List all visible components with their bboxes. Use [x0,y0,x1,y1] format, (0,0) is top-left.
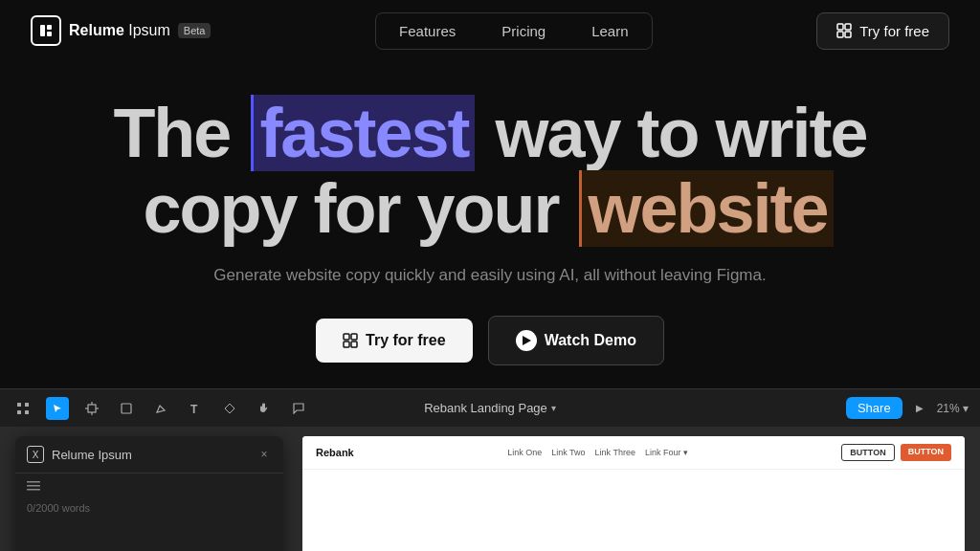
webpage-btn-outline: BUTTON [841,444,894,461]
webpage-btn-filled: BUTTON [901,444,951,461]
figma-title-text: Rebank Landing Page [424,401,547,415]
svg-rect-14 [25,410,29,414]
svg-rect-9 [344,342,349,347]
figma-tool-comment[interactable] [287,397,310,420]
nav-links: Features Pricing Learn [375,12,652,50]
figma-tool-select[interactable] [46,397,69,420]
webpage-preview: Rebank Link One Link Two Link Three Link… [302,436,965,551]
nav-pricing[interactable]: Pricing [479,13,568,49]
svg-text:T: T [190,403,198,414]
figma-canvas: X Relume Ipsum × 0/2000 words Rebank Lin… [0,427,980,551]
webpage-buttons: BUTTON BUTTON [841,444,951,461]
figma-toolbar: T Rebank Landing Page ▾ Share ▶ 21% ▾ [0,388,980,427]
watch-demo-label: Watch Demo [545,332,636,349]
nav-try-free-button[interactable]: Try for free [816,12,949,50]
navbar: Relume Ipsum Beta Features Pricing Learn… [0,0,980,61]
svg-rect-13 [17,410,21,414]
figma-zoom-level[interactable]: 21% ▾ [937,402,969,415]
hero-headline: The fastest way to write copy for your w… [19,96,961,247]
figma-tool-grid[interactable] [11,397,34,420]
beta-badge: Beta [178,23,212,38]
svg-rect-0 [40,25,45,36]
nav-features[interactable]: Features [376,13,479,49]
figma-tool-frame[interactable] [80,397,103,420]
figma-tool-text[interactable]: T [184,397,207,420]
hero-section: The fastest way to write copy for your w… [0,61,980,388]
panel-logo-icon: X [27,446,44,463]
panel-header: X Relume Ipsum × [15,436,283,474]
svg-rect-15 [88,405,96,412]
logo-icon [31,15,61,46]
hero-watch-demo-button[interactable]: Watch Demo [488,316,664,365]
svg-marker-22 [225,404,234,413]
figma-right-controls: Share ▶ 21% ▾ [846,397,969,419]
webpage-link-4: Link Four ▾ [645,448,688,457]
figma-tool-shape[interactable] [115,397,138,420]
grid-icon [836,23,852,38]
panel-close-button[interactable]: × [256,447,272,462]
try-free-btn-label: Try for free [366,332,446,349]
nav-learn[interactable]: Learn [568,13,651,49]
svg-rect-2 [47,32,52,36]
try-free-label: Try for free [859,23,929,39]
play-icon [516,330,537,351]
svg-rect-11 [17,403,21,407]
svg-rect-1 [47,25,52,30]
webpage-brand: Rebank [316,447,354,458]
webpage-link-1: Link One [507,448,542,457]
brand-name: Relume Ipsum [69,22,170,39]
webpage-links: Link One Link Two Link Three Link Four ▾ [507,448,688,457]
svg-rect-23 [27,481,40,483]
svg-rect-25 [27,489,40,491]
play-triangle [523,336,531,345]
svg-rect-5 [837,32,843,37]
svg-rect-24 [27,485,40,487]
panel-word-count: 0/2000 words [15,498,283,518]
headline-line1-before: The [113,95,247,171]
svg-rect-10 [351,342,357,347]
headline-line1-after: way to write [479,95,867,171]
panel-title: Relume Ipsum [52,448,249,462]
webpage-link-3: Link Three [595,448,635,457]
hero-buttons: Try for free Watch Demo [19,316,961,365]
figma-tool-pen[interactable] [149,397,172,420]
svg-rect-8 [351,334,357,340]
hero-try-free-button[interactable]: Try for free [316,319,473,363]
svg-rect-12 [25,403,29,407]
chevron-down-icon[interactable]: ▾ [551,403,556,413]
svg-rect-20 [122,404,131,413]
zoom-value: 21% [937,402,960,415]
figma-tool-hand[interactable] [253,397,276,420]
svg-rect-6 [845,32,851,37]
webpage-link-2: Link Two [551,448,585,457]
headline-website: website [579,170,833,247]
svg-rect-3 [837,24,843,30]
svg-rect-4 [845,24,851,30]
svg-rect-7 [344,334,349,340]
webpage-nav: Rebank Link One Link Two Link Three Link… [302,436,965,470]
headline-line2-before: copy for your [143,170,575,247]
headline-fastest: fastest [251,95,474,171]
plugin-panel: X Relume Ipsum × 0/2000 words [15,436,283,551]
logo-area: Relume Ipsum Beta [31,15,211,46]
figma-tool-component[interactable] [218,397,241,420]
figma-canvas-title: Rebank Landing Page ▾ [424,401,556,415]
figma-share-button[interactable]: Share [846,397,902,419]
figma-play-button[interactable]: ▶ [910,399,929,418]
hero-subtitle: Generate website copy quickly and easily… [19,266,961,285]
grid-icon-primary [343,333,358,348]
panel-menu-icon [15,474,283,498]
